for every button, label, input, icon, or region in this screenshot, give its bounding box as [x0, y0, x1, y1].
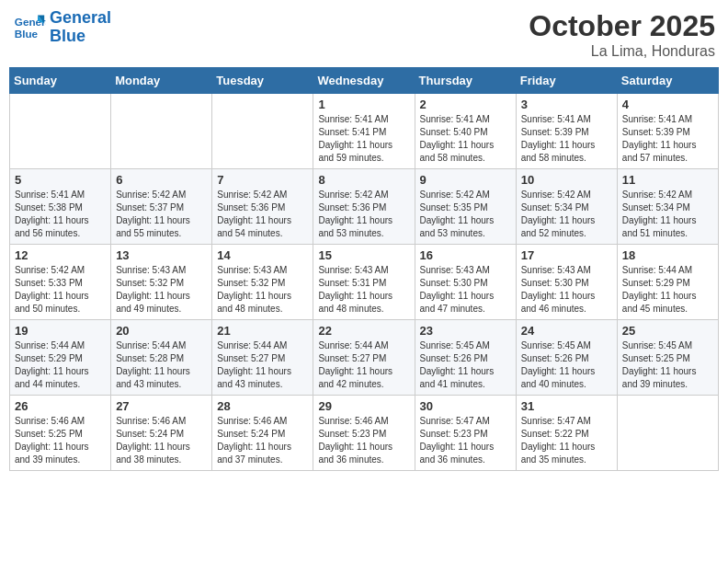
calendar-cell: 19Sunrise: 5:44 AMSunset: 5:29 PMDayligh…	[10, 320, 111, 396]
calendar-cell: 11Sunrise: 5:42 AMSunset: 5:34 PMDayligh…	[617, 169, 718, 245]
logo: General Blue General Blue	[13, 9, 111, 46]
day-info: Sunrise: 5:45 AMSunset: 5:26 PMDaylight:…	[521, 339, 612, 391]
calendar-cell: 1Sunrise: 5:41 AMSunset: 5:41 PMDaylight…	[313, 94, 415, 169]
weekday-header-tuesday: Tuesday	[212, 68, 313, 94]
calendar-cell: 31Sunrise: 5:47 AMSunset: 5:22 PMDayligh…	[516, 396, 617, 471]
day-number: 9	[420, 173, 511, 187]
day-info: Sunrise: 5:41 AMSunset: 5:38 PMDaylight:…	[15, 189, 106, 240]
calendar-week-row: 12Sunrise: 5:42 AMSunset: 5:33 PMDayligh…	[10, 245, 719, 320]
day-info: Sunrise: 5:44 AMSunset: 5:29 PMDaylight:…	[15, 339, 106, 391]
day-info: Sunrise: 5:42 AMSunset: 5:35 PMDaylight:…	[420, 189, 511, 240]
calendar-table: SundayMondayTuesdayWednesdayThursdayFrid…	[9, 67, 719, 471]
day-info: Sunrise: 5:42 AMSunset: 5:34 PMDaylight:…	[521, 189, 612, 240]
weekday-header-friday: Friday	[516, 68, 617, 94]
calendar-cell	[10, 94, 111, 169]
day-number: 18	[622, 248, 713, 262]
day-info: Sunrise: 5:41 AMSunset: 5:39 PMDaylight:…	[521, 113, 612, 165]
day-number: 23	[420, 324, 511, 338]
calendar-cell: 3Sunrise: 5:41 AMSunset: 5:39 PMDaylight…	[516, 94, 617, 169]
day-info: Sunrise: 5:43 AMSunset: 5:30 PMDaylight:…	[420, 264, 511, 316]
day-info: Sunrise: 5:43 AMSunset: 5:32 PMDaylight:…	[217, 264, 308, 316]
page-header: General Blue General Blue October 2025 L…	[9, 9, 719, 60]
calendar-cell: 29Sunrise: 5:46 AMSunset: 5:23 PMDayligh…	[313, 396, 415, 471]
calendar-cell: 17Sunrise: 5:43 AMSunset: 5:30 PMDayligh…	[516, 245, 617, 320]
day-number: 10	[521, 173, 612, 187]
day-number: 7	[217, 173, 308, 187]
calendar-cell: 22Sunrise: 5:44 AMSunset: 5:27 PMDayligh…	[313, 320, 415, 396]
day-info: Sunrise: 5:44 AMSunset: 5:27 PMDaylight:…	[318, 339, 409, 391]
month-title: October 2025	[529, 9, 715, 43]
weekday-header-sunday: Sunday	[10, 68, 111, 94]
day-number: 4	[622, 98, 713, 111]
calendar-cell: 2Sunrise: 5:41 AMSunset: 5:40 PMDaylight…	[415, 94, 516, 169]
day-number: 28	[217, 399, 308, 413]
calendar-cell	[617, 396, 718, 471]
day-info: Sunrise: 5:42 AMSunset: 5:33 PMDaylight:…	[15, 264, 106, 316]
calendar-cell: 4Sunrise: 5:41 AMSunset: 5:39 PMDaylight…	[617, 94, 718, 169]
weekday-header-wednesday: Wednesday	[313, 68, 415, 94]
day-info: Sunrise: 5:44 AMSunset: 5:28 PMDaylight:…	[116, 339, 207, 391]
day-number: 6	[116, 173, 207, 187]
day-number: 20	[116, 324, 207, 338]
day-number: 24	[521, 324, 612, 338]
day-info: Sunrise: 5:47 AMSunset: 5:22 PMDaylight:…	[521, 415, 612, 466]
day-info: Sunrise: 5:42 AMSunset: 5:36 PMDaylight:…	[318, 189, 409, 240]
day-number: 27	[116, 399, 207, 413]
day-info: Sunrise: 5:47 AMSunset: 5:23 PMDaylight:…	[420, 415, 511, 466]
calendar-cell: 30Sunrise: 5:47 AMSunset: 5:23 PMDayligh…	[415, 396, 516, 471]
day-info: Sunrise: 5:41 AMSunset: 5:40 PMDaylight:…	[420, 113, 511, 165]
day-number: 8	[318, 173, 409, 187]
day-info: Sunrise: 5:45 AMSunset: 5:26 PMDaylight:…	[420, 339, 511, 391]
day-number: 13	[116, 248, 207, 262]
weekday-header-saturday: Saturday	[617, 68, 718, 94]
day-number: 12	[15, 248, 106, 262]
day-info: Sunrise: 5:46 AMSunset: 5:23 PMDaylight:…	[318, 415, 409, 466]
day-info: Sunrise: 5:42 AMSunset: 5:34 PMDaylight:…	[622, 189, 713, 240]
calendar-cell: 12Sunrise: 5:42 AMSunset: 5:33 PMDayligh…	[10, 245, 111, 320]
day-info: Sunrise: 5:41 AMSunset: 5:41 PMDaylight:…	[318, 113, 409, 165]
calendar-cell: 8Sunrise: 5:42 AMSunset: 5:36 PMDaylight…	[313, 169, 415, 245]
calendar-cell: 25Sunrise: 5:45 AMSunset: 5:25 PMDayligh…	[617, 320, 718, 396]
day-number: 26	[15, 399, 106, 413]
day-number: 16	[420, 248, 511, 262]
calendar-cell: 5Sunrise: 5:41 AMSunset: 5:38 PMDaylight…	[10, 169, 111, 245]
day-number: 29	[318, 399, 409, 413]
day-info: Sunrise: 5:44 AMSunset: 5:29 PMDaylight:…	[622, 264, 713, 316]
logo-icon: General Blue	[13, 11, 46, 44]
day-number: 11	[622, 173, 713, 187]
day-number: 1	[318, 98, 409, 111]
calendar-cell	[212, 94, 313, 169]
calendar-week-row: 5Sunrise: 5:41 AMSunset: 5:38 PMDaylight…	[10, 169, 719, 245]
location: La Lima, Honduras	[529, 43, 715, 60]
weekday-header-row: SundayMondayTuesdayWednesdayThursdayFrid…	[10, 68, 719, 94]
calendar-week-row: 19Sunrise: 5:44 AMSunset: 5:29 PMDayligh…	[10, 320, 719, 396]
calendar-cell: 16Sunrise: 5:43 AMSunset: 5:30 PMDayligh…	[415, 245, 516, 320]
calendar-cell: 26Sunrise: 5:46 AMSunset: 5:25 PMDayligh…	[10, 396, 111, 471]
weekday-header-thursday: Thursday	[415, 68, 516, 94]
day-info: Sunrise: 5:42 AMSunset: 5:36 PMDaylight:…	[217, 189, 308, 240]
day-info: Sunrise: 5:46 AMSunset: 5:24 PMDaylight:…	[116, 415, 207, 466]
calendar-cell: 6Sunrise: 5:42 AMSunset: 5:37 PMDaylight…	[111, 169, 212, 245]
title-area: October 2025 La Lima, Honduras	[529, 9, 715, 60]
calendar-cell	[111, 94, 212, 169]
day-info: Sunrise: 5:43 AMSunset: 5:31 PMDaylight:…	[318, 264, 409, 316]
day-number: 25	[622, 324, 713, 338]
calendar-cell: 20Sunrise: 5:44 AMSunset: 5:28 PMDayligh…	[111, 320, 212, 396]
calendar-cell: 9Sunrise: 5:42 AMSunset: 5:35 PMDaylight…	[415, 169, 516, 245]
svg-text:Blue: Blue	[15, 28, 39, 40]
day-info: Sunrise: 5:43 AMSunset: 5:32 PMDaylight:…	[116, 264, 207, 316]
calendar-cell: 23Sunrise: 5:45 AMSunset: 5:26 PMDayligh…	[415, 320, 516, 396]
day-number: 14	[217, 248, 308, 262]
calendar-cell: 10Sunrise: 5:42 AMSunset: 5:34 PMDayligh…	[516, 169, 617, 245]
day-info: Sunrise: 5:46 AMSunset: 5:24 PMDaylight:…	[217, 415, 308, 466]
day-info: Sunrise: 5:44 AMSunset: 5:27 PMDaylight:…	[217, 339, 308, 391]
weekday-header-monday: Monday	[111, 68, 212, 94]
day-number: 3	[521, 98, 612, 111]
day-info: Sunrise: 5:41 AMSunset: 5:39 PMDaylight:…	[622, 113, 713, 165]
calendar-cell: 28Sunrise: 5:46 AMSunset: 5:24 PMDayligh…	[212, 396, 313, 471]
day-number: 22	[318, 324, 409, 338]
calendar-cell: 18Sunrise: 5:44 AMSunset: 5:29 PMDayligh…	[617, 245, 718, 320]
calendar-cell: 15Sunrise: 5:43 AMSunset: 5:31 PMDayligh…	[313, 245, 415, 320]
day-number: 17	[521, 248, 612, 262]
calendar-cell: 13Sunrise: 5:43 AMSunset: 5:32 PMDayligh…	[111, 245, 212, 320]
